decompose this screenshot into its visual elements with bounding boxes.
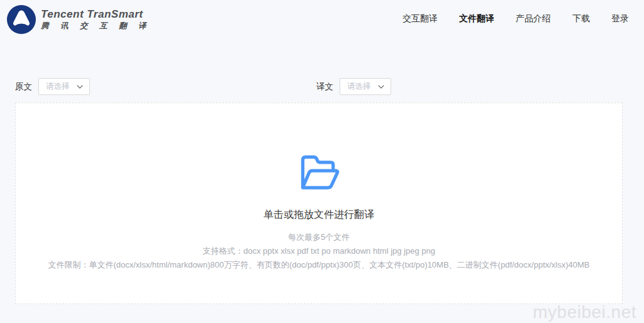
brand-name-en: Tencent TranSmart [41, 8, 151, 21]
watermark-text: mybeibei.net [533, 302, 636, 322]
dropzone-hints: 每次最多5个文件 支持格式：docx pptx xlsx pdf txt po … [48, 230, 589, 272]
transmart-logo-icon [6, 4, 36, 35]
dropzone-title: 单击或拖放文件进行翻译 [264, 208, 374, 222]
open-folder-icon [296, 149, 341, 195]
source-language-select[interactable]: 请选择 [38, 78, 90, 95]
nav-item-interactive-translation[interactable]: 交互翻译 [402, 13, 438, 25]
source-select-placeholder: 请选择 [46, 81, 70, 92]
dropzone-hint-formats: 支持格式：docx pptx xlsx pdf txt po markdown … [48, 244, 589, 258]
source-language-group: 原文 请选择 [15, 78, 90, 95]
nav-item-file-translation[interactable]: 文件翻译 [459, 13, 494, 25]
source-language-label: 原文 [15, 81, 32, 93]
chevron-down-icon [77, 85, 83, 89]
brand[interactable]: Tencent TranSmart 腾 讯 交 互 翻 译 [6, 4, 151, 35]
chevron-down-icon [378, 85, 384, 89]
header: Tencent TranSmart 腾 讯 交 互 翻 译 交互翻译 文件翻译 … [0, 0, 644, 39]
dropzone-hint-limits: 文件限制：单文件(docx/xlsx/html/markdown)800万字符、… [48, 258, 589, 272]
brand-text: Tencent TranSmart 腾 讯 交 互 翻 译 [41, 8, 151, 31]
target-language-select[interactable]: 请选择 [340, 78, 391, 95]
nav-item-login[interactable]: 登录 [611, 13, 629, 25]
target-select-placeholder: 请选择 [347, 81, 371, 92]
nav-item-product-intro[interactable]: 产品介绍 [516, 13, 551, 25]
brand-name-zh: 腾 讯 交 互 翻 译 [41, 21, 151, 31]
top-nav: 交互翻译 文件翻译 产品介绍 下载 登录 [402, 13, 629, 25]
nav-item-download[interactable]: 下载 [572, 13, 590, 25]
dropzone-hint-max-files: 每次最多5个文件 [48, 230, 589, 244]
file-dropzone[interactable]: 单击或拖放文件进行翻译 每次最多5个文件 支持格式：docx pptx xlsx… [15, 103, 623, 304]
target-language-label: 译文 [316, 81, 333, 93]
target-language-group: 译文 请选择 [316, 78, 391, 95]
language-controls: 原文 请选择 译文 请选择 [0, 78, 644, 95]
